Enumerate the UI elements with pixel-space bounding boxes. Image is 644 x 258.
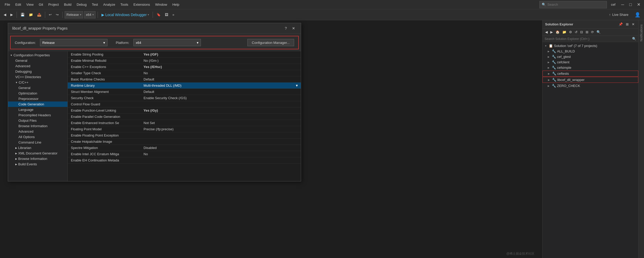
se-dock-button[interactable]: ⊞ xyxy=(625,22,630,27)
se-item-cefclient[interactable]: ▶ 🔧 cefclient xyxy=(543,59,638,65)
build-expand-icon: ▶ xyxy=(15,163,17,166)
tree-item-optimization[interactable]: Optimization xyxy=(8,91,67,96)
menu-extensions[interactable]: Extensions xyxy=(131,2,153,8)
prop-arrow-16 xyxy=(293,151,301,157)
config-manager-button[interactable]: Configuration Manager... xyxy=(247,39,294,46)
tree-item-command-line[interactable]: Command Line xyxy=(8,140,67,145)
tree-item-all-options[interactable]: All Options xyxy=(8,134,67,140)
tree-item-debugging[interactable]: Debugging xyxy=(8,69,67,74)
tree-item-vc-dirs[interactable]: VC++ Directories xyxy=(8,74,67,80)
tree-item-output-files[interactable]: Output Files xyxy=(8,118,67,123)
dialog-help-button[interactable]: ? xyxy=(283,26,288,31)
menu-file[interactable]: File xyxy=(2,2,13,8)
tree-item-precompiled-headers[interactable]: Precompiled Headers xyxy=(8,112,67,118)
tree-item-librarian[interactable]: ▶ Librarian xyxy=(8,145,67,151)
se-item-zero-check[interactable]: ▶ 🔧 ZERO_CHECK xyxy=(543,83,638,89)
menu-help[interactable]: Help xyxy=(170,2,182,8)
minimize-button[interactable]: ─ xyxy=(620,1,626,8)
tree-item-code-generation[interactable]: Code Generation xyxy=(8,101,67,107)
menu-debug[interactable]: Debug xyxy=(74,2,89,8)
config-dropdown[interactable]: Release ▾ xyxy=(65,11,83,18)
se-pin-button[interactable]: 📌 xyxy=(618,22,624,27)
global-search-input[interactable] xyxy=(547,3,599,6)
menu-git[interactable]: Git xyxy=(36,2,46,8)
tree-item-cpp-general[interactable]: General xyxy=(8,85,67,91)
dialog-close-button[interactable]: ✕ xyxy=(290,26,297,31)
publish-button[interactable]: 📤 xyxy=(36,12,43,18)
se-back-button[interactable]: ◀ xyxy=(544,30,549,35)
new-folder-button[interactable]: 📁 xyxy=(27,12,35,18)
menu-view[interactable]: View xyxy=(24,2,36,8)
cef-gtest-expand-icon: ▶ xyxy=(548,56,551,58)
se-forward-button[interactable]: ▶ xyxy=(549,30,554,35)
menu-test[interactable]: Test xyxy=(89,2,101,8)
se-solution-item[interactable]: ▼ 📋 Solution 'cef' (7 of 7 projects) xyxy=(543,43,638,49)
prop-arrow-14 xyxy=(293,139,301,145)
se-settings-button[interactable]: ⚙ xyxy=(568,30,573,35)
prop-value-11: Not Set xyxy=(140,120,293,126)
solution-expand-icon: ▼ xyxy=(545,45,548,47)
platform-select-value: x64 xyxy=(136,41,141,45)
save-file-button[interactable]: 💾 xyxy=(19,12,26,18)
tree-item-cpp-advanced[interactable]: Advanced xyxy=(8,129,67,134)
tree-item-cpp[interactable]: ▼ C/C++ xyxy=(8,80,67,85)
libcef-icon: 🔧 xyxy=(552,78,556,82)
se-collapse-button[interactable]: ⊟ xyxy=(579,30,584,35)
se-folder-button[interactable]: 📁 xyxy=(561,30,567,35)
undo-button[interactable]: ↩ xyxy=(47,12,53,18)
profile-button[interactable]: 👤 xyxy=(633,11,642,19)
play-label: Local Windows Debugger xyxy=(105,13,147,17)
config-select[interactable]: Release ▾ xyxy=(40,39,107,46)
notifications-label[interactable]: Notifications xyxy=(640,22,643,43)
se-filter-button[interactable]: ⊞ xyxy=(585,30,589,35)
platform-dropdown[interactable]: x64 ▾ xyxy=(84,11,96,18)
tree-item-browse-information[interactable]: Browse Information xyxy=(8,123,67,129)
se-refresh-button[interactable]: ↺ xyxy=(574,30,579,35)
property-pages-dialog: libcef_dll_wrapper Property Pages ? ✕ Co… xyxy=(8,23,301,181)
screenshot-button[interactable]: 🖼 xyxy=(163,12,170,18)
menu-project[interactable]: Project xyxy=(46,2,61,8)
tree-item-language[interactable]: Language xyxy=(8,107,67,112)
menu-window[interactable]: Window xyxy=(153,2,170,8)
se-search-button[interactable]: 🔍 xyxy=(595,30,602,35)
config-select-arrow: ▾ xyxy=(103,41,105,45)
se-solution-label: Solution 'cef' (7 of 7 projects) xyxy=(554,44,597,48)
prop-value-5[interactable]: Multi-threaded DLL (/MD) xyxy=(140,83,293,89)
forward-button[interactable]: ▶ xyxy=(9,12,15,18)
tree-item-browse-info-group[interactable]: ▶ Browse Information xyxy=(8,156,67,161)
se-item-cefsimple[interactable]: ▶ 🔧 cefsimple xyxy=(543,65,638,70)
tree-item-advanced[interactable]: Advanced xyxy=(8,63,67,69)
menu-build[interactable]: Build xyxy=(61,2,74,8)
se-home-button[interactable]: 🏠 xyxy=(554,30,561,35)
tree-item-general[interactable]: General xyxy=(8,58,67,63)
tree-item-config-properties[interactable]: ▼ Configuration Properties xyxy=(8,52,67,58)
platform-select[interactable]: x64 ▾ xyxy=(133,39,201,46)
redo-button[interactable]: ↪ xyxy=(54,12,60,18)
close-window-button[interactable]: ✕ xyxy=(635,1,642,8)
prop-name-12: Floating Point Model xyxy=(68,126,140,132)
platform-dropdown-value: x64 xyxy=(86,13,91,17)
se-sync-button[interactable]: ⟳ xyxy=(590,30,595,35)
se-item-cef-gtest[interactable]: ▶ 🔧 cef_gtest xyxy=(543,54,638,59)
se-item-all-build[interactable]: ▶ 🔧 ALL_BUILD xyxy=(543,49,638,54)
librarian-expand-icon: ▶ xyxy=(15,147,17,149)
maximize-button[interactable]: □ xyxy=(628,1,633,8)
more-button[interactable]: » xyxy=(171,12,176,18)
se-item-libcef-dll-wrapper[interactable]: ▶ 🔧 libcef_dll_wrapper xyxy=(543,77,638,83)
tree-item-preprocessor[interactable]: Preprocessor xyxy=(8,96,67,101)
se-search-input[interactable] xyxy=(545,37,632,41)
live-share-button[interactable]: ↑ Live Share xyxy=(606,12,631,18)
se-close-button[interactable]: ✕ xyxy=(631,22,636,27)
platform-label: Platform: xyxy=(116,41,129,45)
watermark: @稀土掘金技术社区 xyxy=(506,252,534,256)
tree-item-build-events[interactable]: ▶ Build Events xyxy=(8,161,67,167)
menu-analyze[interactable]: Analyze xyxy=(100,2,118,8)
start-debugging-button[interactable]: ▶ Local Windows Debugger ▾ xyxy=(100,12,151,18)
menu-tools[interactable]: Tools xyxy=(118,2,131,8)
back-button[interactable]: ◀ xyxy=(2,12,8,18)
bookmark-button[interactable]: 🔖 xyxy=(155,12,162,18)
se-item-ceftests[interactable]: ▶ 🔧 ceftests xyxy=(543,71,638,77)
ceftests-expand-icon: ▶ xyxy=(548,72,551,75)
tree-item-xml-doc[interactable]: ▶ XML Document Generator xyxy=(8,151,67,156)
menu-edit[interactable]: Edit xyxy=(13,2,24,8)
